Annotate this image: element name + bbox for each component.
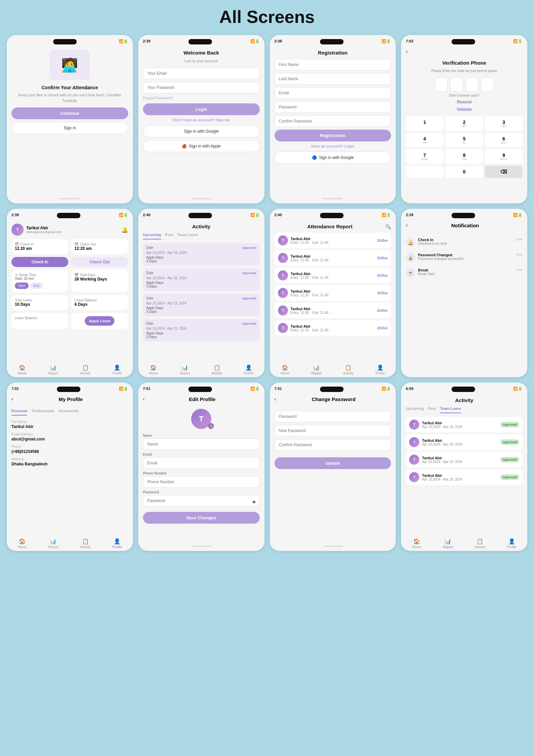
nav-profile-prof[interactable]: 👤Profile <box>112 538 122 549</box>
forgot-password-link[interactable]: Forgot Password? <box>143 96 260 100</box>
checkin-row: ⏰Check In 12.20 am ⏰Check Out 12:20 am <box>11 239 128 254</box>
nav-activity-att[interactable]: 📋Activity <box>343 364 354 375</box>
password-input[interactable] <box>143 82 260 93</box>
check-in-button[interactable]: Check In <box>11 257 68 267</box>
email-input-reg[interactable] <box>275 87 391 99</box>
break-start-button[interactable]: Start <box>15 283 29 289</box>
nav-home-tl[interactable]: 🏠Home <box>412 538 421 549</box>
nav-activity-tl[interactable]: 📋Activity <box>474 538 485 549</box>
confirm-password-input[interactable] <box>275 116 391 127</box>
login-button[interactable]: Login <box>143 103 260 115</box>
phone-input-edit[interactable] <box>143 476 260 488</box>
key-delete[interactable]: ⌫ <box>485 166 523 178</box>
continue-button[interactable]: Continue <box>11 107 128 119</box>
report-info-2: Tarikul Abir Entry: 11.40 Exit: 11.40 <box>291 254 375 262</box>
key-3[interactable]: 3DEF <box>485 116 523 131</box>
report-info-4: Tarikul Abir Entry: 11.20 Exit: 11.40 <box>291 289 375 297</box>
edit-avatar-badge[interactable]: ✏️ <box>208 423 214 429</box>
validate-link[interactable]: Validate <box>457 107 472 112</box>
report-avatar-2: T <box>278 253 288 263</box>
nav-profile[interactable]: 👤Profile <box>112 364 122 375</box>
reg-title: Registration <box>275 50 391 56</box>
code-box-3[interactable] <box>466 77 478 92</box>
tab-upcoming-tl[interactable]: Upcoming <box>406 406 424 413</box>
nav-home-act[interactable]: 🏠Home <box>149 364 158 375</box>
nav-report-att[interactable]: 📊Report <box>311 364 321 375</box>
key-5[interactable]: 5JKL <box>446 133 483 147</box>
status-bar-cp: 7:01 📶🔋 <box>270 383 396 393</box>
tab-team-leave[interactable]: Team Leave <box>177 233 198 239</box>
update-button[interactable]: Update <box>275 457 391 469</box>
attendance-screen: 2:40 📶🔋 Attendance Report 🔍 T Tarikul Ab… <box>270 209 396 377</box>
activity-tabs: Upcoming Post Team Leave <box>143 233 260 240</box>
search-icon[interactable]: 🔍 <box>385 224 391 229</box>
nav-home-prof[interactable]: 🏠Home <box>17 538 27 549</box>
key-9[interactable]: 9WXYZ <box>485 149 523 164</box>
tab-professional[interactable]: Professional <box>32 409 54 416</box>
key-6[interactable]: 6MNO <box>485 133 523 147</box>
firstname-input[interactable] <box>275 59 391 70</box>
nav-report[interactable]: 📊Report <box>48 364 58 375</box>
new-password-input[interactable] <box>275 425 391 436</box>
email-input-edit[interactable] <box>143 457 260 469</box>
key-4[interactable]: 4GHI <box>406 133 443 147</box>
key-7[interactable]: 7PQRS <box>406 149 443 164</box>
key-1[interactable]: 1 <box>406 116 443 131</box>
tab-post[interactable]: Post <box>165 233 173 239</box>
nav-report-prof[interactable]: 📊Report <box>48 538 58 549</box>
key-8[interactable]: 8TUV <box>446 149 483 164</box>
bell-icon[interactable]: 🔔 <box>121 227 128 233</box>
address-label-profile: Address <box>11 457 128 461</box>
apply-leave-button[interactable]: Apply Leave <box>85 316 115 326</box>
code-box-1[interactable] <box>435 77 448 92</box>
lastname-input[interactable] <box>275 73 391 85</box>
password-input-edit[interactable] <box>143 495 260 506</box>
code-box-4[interactable] <box>481 77 494 92</box>
nav-profile-act[interactable]: 👤Profile <box>244 364 253 375</box>
nav-home[interactable]: 🏠Home <box>17 364 27 375</box>
key-0[interactable]: 0 <box>446 166 483 178</box>
email-label-edit: Email <box>143 453 260 456</box>
nav-activity-prof[interactable]: 📋Activity <box>80 538 91 549</box>
break-end-button[interactable]: End <box>30 283 43 289</box>
tab-upcoming[interactable]: Upcoming <box>143 233 161 239</box>
key-2[interactable]: 2ABC <box>446 116 483 131</box>
apple-signin-button[interactable]: 🍎 Sign in with Apple <box>143 140 260 152</box>
att-bottom-nav: 🏠Home 📊Report 📋Activity 👤Profile <box>270 361 396 377</box>
apply-leave-card: Apply Leave <box>71 313 128 329</box>
activity-bottom-nav: 🏠Home 📊Report 📋Activity 👤Profile <box>138 361 264 377</box>
email-input[interactable] <box>143 68 260 79</box>
notif-body: 🔔 Check In Checked in on time 2min 🔒 Pas… <box>401 232 527 377</box>
google-signin-button[interactable]: Sign in with Google <box>143 125 260 137</box>
nav-activity-act[interactable]: 📋Activity <box>212 364 222 375</box>
current-password-input[interactable] <box>275 411 391 422</box>
tab-personal[interactable]: Personal <box>11 409 27 416</box>
google-signin-reg-button[interactable]: 🔵 Sign in with Google <box>275 152 391 164</box>
code-box-2[interactable] <box>450 77 463 92</box>
report-row-4: T Tarikul Abir Entry: 11.20 Exit: 11.40 … <box>275 285 391 301</box>
ver-header: ‹ <box>401 46 527 55</box>
password-toggle-icon[interactable]: 👁 <box>252 500 256 505</box>
tab-post-tl[interactable]: Post <box>428 406 436 413</box>
checkout-card: ⏰Check Out 12:20 am <box>71 239 128 254</box>
nav-profile-tl[interactable]: 👤Profile <box>507 538 516 549</box>
nav-activity[interactable]: 📋Activity <box>80 364 91 375</box>
nav-report-tl[interactable]: 📊Report <box>443 538 453 549</box>
save-changes-button[interactable]: Save Changes <box>143 512 260 524</box>
registration-button[interactable]: Registration <box>275 130 391 141</box>
check-out-button[interactable]: Check Out <box>71 257 128 267</box>
nav-home-att[interactable]: 🏠Home <box>281 364 290 375</box>
signin-button[interactable]: Sign in <box>11 122 128 134</box>
login-screen: 2:39 📶🔋 Welcome Back Loin to your accoun… <box>138 35 264 203</box>
name-input-edit[interactable] <box>143 438 260 450</box>
confirm-password-cp[interactable] <box>275 439 391 451</box>
password-input-reg[interactable] <box>275 101 391 113</box>
nav-report-act[interactable]: 📊Report <box>180 364 190 375</box>
total-days-card: 📅Total Days 28 Working Days <box>71 270 128 292</box>
welcome-illustration: 🧑‍💻 <box>11 50 128 80</box>
back-button-ver[interactable]: ‹ <box>406 48 407 55</box>
resend-link[interactable]: Resend <box>457 100 471 104</box>
tab-documents[interactable]: Documents <box>59 409 79 416</box>
nav-profile-att[interactable]: 👤Profile <box>376 364 385 375</box>
tab-teamleave-tl[interactable]: Team Leave <box>440 406 461 413</box>
